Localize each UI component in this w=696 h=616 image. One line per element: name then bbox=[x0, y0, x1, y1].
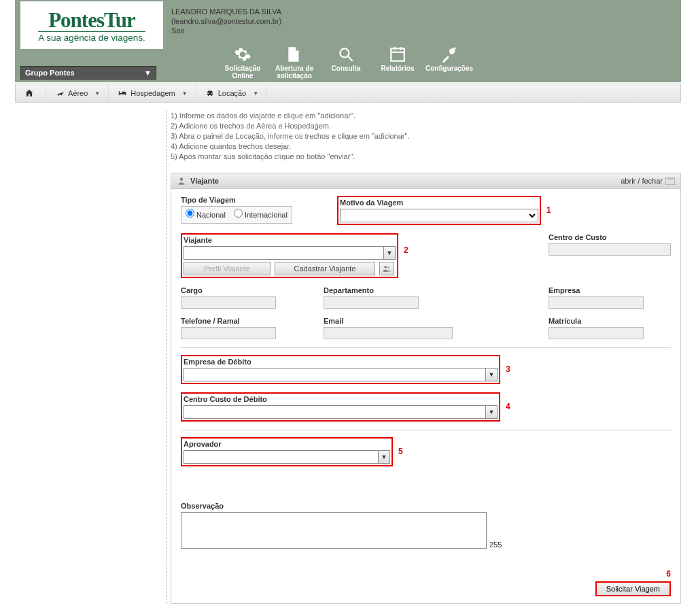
nav-label: Solicitação Online bbox=[219, 65, 266, 80]
chevron-down-icon[interactable]: ▼ bbox=[383, 246, 396, 260]
logo-tagline: A sua agência de viagens. bbox=[38, 31, 145, 43]
logo-text: PontesTur bbox=[48, 8, 135, 33]
nav-relatorios[interactable]: Relatórios bbox=[374, 46, 421, 80]
callout-3: 3 bbox=[506, 364, 510, 374]
chevron-down-icon: ▼ bbox=[94, 90, 100, 97]
departamento-input[interactable] bbox=[324, 296, 419, 309]
svg-point-6 bbox=[180, 177, 184, 181]
chevron-down-icon: ▼ bbox=[144, 69, 152, 77]
label-observacao: Observação bbox=[181, 502, 671, 510]
centro-custo-debito-combo[interactable]: ▼ bbox=[184, 405, 498, 419]
nav-label: Consulta bbox=[332, 65, 361, 72]
label-viajante: Viajante bbox=[184, 236, 396, 244]
centro-custo-debito-input[interactable] bbox=[184, 405, 485, 419]
label-centro-custo-debito: Centro Custo de Débito bbox=[184, 395, 498, 403]
svg-line-1 bbox=[348, 56, 353, 61]
tab-aereo[interactable]: Aéreo ▼ bbox=[46, 84, 109, 102]
cargo-input[interactable] bbox=[181, 296, 276, 309]
nav-label: Abertura de solicitação bbox=[271, 65, 318, 80]
svg-rect-7 bbox=[665, 177, 675, 185]
label-telefone: Telefone / Ramal bbox=[181, 317, 303, 325]
tab-label: Aéreo bbox=[68, 89, 88, 97]
panel-header: Viajante abrir / fechar bbox=[171, 173, 680, 189]
add-person-button[interactable] bbox=[379, 262, 394, 275]
search-icon bbox=[337, 46, 355, 63]
car-icon bbox=[205, 88, 215, 98]
svg-rect-2 bbox=[391, 48, 404, 61]
label-departamento: Departamento bbox=[324, 286, 446, 294]
viajante-input[interactable] bbox=[184, 246, 383, 260]
calendar-icon bbox=[389, 46, 406, 63]
motivo-viagem-select[interactable] bbox=[340, 209, 538, 222]
aprovador-combo[interactable]: ▼ bbox=[184, 450, 390, 464]
matricula-input[interactable] bbox=[549, 327, 644, 339]
perfil-viajante-button[interactable]: Perfil Viajante bbox=[184, 262, 271, 275]
callout-6: 6 bbox=[666, 569, 671, 579]
callout-5: 5 bbox=[398, 447, 403, 456]
nav-label: Configurações bbox=[425, 65, 473, 72]
instructions: 1) Informe os dados do viajante e clique… bbox=[171, 111, 681, 162]
label-empresa: Empresa bbox=[549, 286, 671, 294]
tipo-viagem-radios: Nacional Internacional bbox=[181, 206, 292, 224]
tools-icon bbox=[440, 46, 458, 63]
home-icon bbox=[24, 88, 35, 98]
user-email: (leandro.silva@pontestur.com.br) bbox=[171, 16, 281, 26]
plane-icon bbox=[54, 88, 65, 98]
empresa-input[interactable] bbox=[549, 296, 644, 309]
gear-icon bbox=[234, 46, 251, 63]
label-centro-custo: Centro de Custo bbox=[549, 233, 671, 241]
label-matricula: Matrícula bbox=[549, 317, 671, 325]
solicitar-viagem-button[interactable]: Solicitar Viagem bbox=[595, 581, 671, 596]
telefone-input[interactable] bbox=[181, 327, 276, 339]
sidebar bbox=[15, 111, 166, 604]
chevron-down-icon[interactable]: ▼ bbox=[485, 368, 498, 381]
label-motivo-viagem: Motivo da Viagem bbox=[340, 199, 538, 207]
nav-consulta[interactable]: Consulta bbox=[322, 46, 370, 80]
viajante-combo[interactable]: ▼ bbox=[184, 246, 396, 260]
client-selector[interactable]: Grupo Pontes ▼ bbox=[20, 66, 156, 80]
radio-internacional-input[interactable] bbox=[234, 209, 243, 218]
empresa-debito-input[interactable] bbox=[184, 368, 485, 381]
chevron-down-icon: ▼ bbox=[182, 90, 188, 97]
centro-custo-input[interactable] bbox=[549, 243, 671, 256]
label-aprovador: Aprovador bbox=[184, 440, 390, 448]
nav-solicitacao-online[interactable]: Solicitação Online bbox=[219, 46, 266, 80]
panel-toggle[interactable]: abrir / fechar bbox=[621, 177, 675, 185]
radio-nacional[interactable]: Nacional bbox=[186, 209, 226, 219]
email-input[interactable] bbox=[324, 327, 453, 339]
logo: PontesTur A sua agência de viagens. bbox=[20, 1, 163, 49]
logout-link[interactable]: Sair bbox=[171, 27, 185, 35]
tab-bar: Aéreo ▼ Hospedagem ▼ Locação ▼ bbox=[15, 84, 681, 103]
aprovador-input[interactable] bbox=[184, 450, 378, 464]
main-nav: Solicitação Online Abertura de solicitaç… bbox=[219, 46, 473, 80]
user-info: LEANDRO MARQUES DA SILVA (leandro.silva@… bbox=[171, 7, 281, 35]
tab-home[interactable] bbox=[16, 84, 46, 102]
nav-abertura-solicitacao[interactable]: Abertura de solicitação bbox=[271, 46, 318, 80]
callout-1: 1 bbox=[546, 205, 551, 215]
radio-nacional-input[interactable] bbox=[186, 209, 194, 218]
people-icon bbox=[382, 264, 392, 273]
document-edit-icon bbox=[285, 46, 303, 63]
label-email: Email bbox=[324, 317, 446, 325]
tab-locacao[interactable]: Locação ▼ bbox=[196, 84, 268, 102]
tab-hospedagem[interactable]: Hospedagem ▼ bbox=[109, 84, 196, 102]
viajante-panel: Viajante abrir / fechar Tipo de Viagem N… bbox=[171, 173, 681, 604]
bed-icon bbox=[117, 88, 128, 98]
char-limit: 255 bbox=[489, 541, 502, 549]
callout-4: 4 bbox=[506, 402, 510, 411]
instruction-line: 2) Adicione os trechos de Aérea e Hosped… bbox=[171, 121, 681, 131]
radio-internacional[interactable]: Internacional bbox=[234, 209, 288, 219]
nav-configuracoes[interactable]: Configurações bbox=[425, 46, 473, 80]
separator bbox=[181, 430, 671, 430]
svg-point-0 bbox=[340, 48, 349, 57]
observacao-textarea[interactable] bbox=[181, 512, 487, 549]
chevron-down-icon[interactable]: ▼ bbox=[378, 450, 390, 464]
person-icon bbox=[177, 176, 186, 186]
collapse-icon bbox=[665, 177, 675, 185]
chevron-down-icon[interactable]: ▼ bbox=[485, 405, 498, 419]
nav-label: Relatórios bbox=[381, 65, 415, 72]
cadastrar-viajante-button[interactable]: Cadastrar Viajante bbox=[275, 262, 375, 275]
empresa-debito-combo[interactable]: ▼ bbox=[184, 368, 498, 381]
header-bar: PontesTur A sua agência de viagens. LEAN… bbox=[15, 0, 681, 82]
callout-2: 2 bbox=[404, 245, 408, 255]
